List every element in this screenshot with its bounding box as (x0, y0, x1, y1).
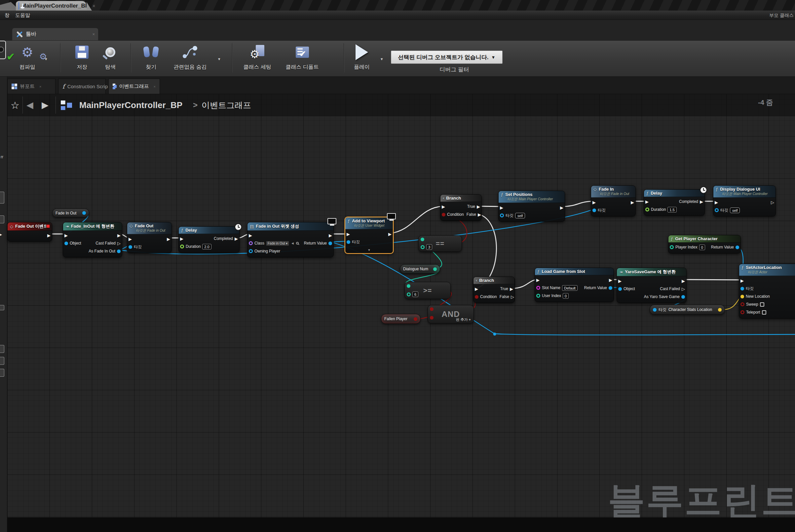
delay-2[interactable]: ƒDelay▶Completed▶Duration1.5 (644, 189, 705, 216)
object-pin[interactable] (736, 246, 739, 249)
exec-pin[interactable]: ▶ (129, 237, 132, 241)
object-pin[interactable] (328, 242, 332, 245)
class-select-dropdown[interactable]: Fade in Out ▾ (266, 241, 289, 246)
bool-pin[interactable] (430, 316, 434, 320)
cast-to-fade-inout[interactable]: ↠Fade_InOut 에 형변환▶▶ObjectCast Failed▷As … (63, 222, 122, 258)
exec-pin[interactable]: ▶ (0, 232, 2, 237)
browse-button[interactable]: 탐색 (98, 42, 122, 71)
exec-pin[interactable]: ▶ (609, 278, 612, 282)
reset-arrow-icon[interactable]: ◄ (291, 241, 295, 245)
int-pin[interactable] (536, 294, 540, 298)
search-icon[interactable] (296, 242, 299, 245)
class-defaults-button[interactable]: ✔ 클래스 디폴트 (282, 42, 323, 71)
collapsed-panel-tab[interactable] (0, 192, 4, 204)
vector-pin[interactable] (740, 295, 744, 298)
nav-back-button[interactable]: ◀ (26, 94, 33, 116)
favorite-star-icon[interactable]: ☆ (11, 94, 19, 116)
object-pin[interactable] (82, 211, 86, 215)
exec-pin[interactable]: ▶ (347, 232, 350, 236)
exec-pin[interactable]: ▶ (388, 232, 392, 236)
add-pin-button[interactable]: 핀 추가 + (456, 317, 471, 322)
set-positions[interactable]: ƒSet Positions타깃은 Main Player Controller… (498, 191, 565, 222)
object-pin[interactable] (681, 295, 685, 299)
object-pin[interactable] (117, 249, 120, 253)
collapsed-panel-tab[interactable] (0, 369, 4, 377)
menu-window[interactable]: 창 (5, 12, 10, 19)
pin-value-field[interactable]: 6 (412, 291, 418, 297)
toolbar-panel-tab[interactable]: 툴바 × (12, 28, 98, 40)
character-stats-location-get[interactable]: 타깃Character Stats Location (650, 305, 725, 315)
exec-pin[interactable]: ▶ (329, 233, 332, 238)
exec-pin[interactable]: ▶ (715, 200, 718, 205)
vector-pin[interactable] (718, 308, 722, 311)
exec-pin[interactable]: ▶ (592, 200, 596, 205)
object-pin[interactable] (715, 208, 719, 212)
exec-pin[interactable]: ▶ (249, 233, 252, 238)
float-pin[interactable] (645, 208, 649, 211)
collapsed-panel-tab[interactable] (0, 345, 4, 353)
collapsed-panel-tab[interactable] (0, 357, 4, 365)
save-button[interactable]: 저장 (70, 42, 94, 71)
fade-out-call[interactable]: ◇Fade Out타깃은 Fade in Out▶▶타깃 (127, 222, 172, 253)
bool-pin[interactable] (430, 307, 434, 311)
class-pin[interactable] (249, 241, 253, 245)
close-icon[interactable]: × (92, 32, 95, 37)
delay-1[interactable]: ƒDelay▶Completed▶Duration2.0 (178, 226, 240, 253)
object-pin[interactable] (249, 249, 253, 253)
checkbox[interactable] (760, 302, 764, 307)
bool-pin[interactable] (414, 317, 417, 321)
exec-pin[interactable]: ▶ (117, 233, 120, 238)
exec-pin[interactable]: ▶ (180, 236, 183, 241)
compile-button[interactable]: ⚙⚙✔ 컴파일 (9, 42, 45, 71)
exec-pin[interactable]: ▶ (682, 279, 685, 283)
object-pin[interactable] (500, 213, 504, 217)
exec-pin[interactable]: ▶ (64, 233, 68, 238)
bool-pin[interactable] (442, 213, 446, 216)
collapse-arrow-icon[interactable]: ▾ (345, 248, 393, 253)
debug-object-dropdown[interactable]: 선택된 디버그 오브젝트가 없습니다. ▼ (391, 51, 503, 64)
greater-equal[interactable]: >=6 (404, 282, 451, 299)
exec-pin[interactable]: ▷ (682, 287, 685, 291)
exec-pin[interactable]: ▶ (618, 279, 622, 283)
float-pin[interactable] (180, 245, 184, 248)
int-pin[interactable] (407, 292, 411, 297)
close-icon[interactable]: × (93, 3, 95, 8)
bool-pin[interactable] (740, 310, 744, 314)
pin-value-field[interactable]: 0 (699, 245, 705, 250)
exec-pin[interactable]: ▶ (700, 200, 703, 204)
exec-pin[interactable]: ▶ (740, 279, 744, 283)
set-actor-location[interactable]: ƒSetActorLocation타깃은 Actor▶▶타깃Sweep Hit … (739, 264, 795, 319)
pin-value-field[interactable]: 2.0 (202, 244, 211, 249)
int-pin[interactable] (407, 284, 410, 288)
int-pin[interactable] (421, 245, 424, 249)
find-button[interactable]: 찾기 (138, 42, 164, 71)
exec-pin[interactable]: ▷ (117, 241, 120, 246)
fallen-player-get[interactable]: Fallen Player (381, 314, 421, 324)
checkbox[interactable] (762, 310, 766, 315)
close-icon[interactable]: × (39, 84, 41, 89)
exec-pin[interactable]: ▶ (477, 205, 480, 209)
menu-help[interactable]: 도움말 (15, 12, 30, 19)
exec-pin[interactable]: ▶ (560, 206, 563, 210)
exec-pin[interactable]: ▶ (631, 200, 634, 205)
breadcrumb-leaf[interactable]: 이벤트그래프 (202, 94, 251, 116)
fade-out-event[interactable]: ◇Fade Out 이벤트▶ (7, 222, 52, 242)
object-pin[interactable] (64, 242, 68, 245)
exec-pin[interactable]: ▶ (234, 236, 238, 241)
pin-value-field[interactable]: Default (562, 285, 578, 291)
play-button[interactable]: 플레이 (349, 42, 374, 71)
fade-in-out-get[interactable]: Fade In Out (52, 209, 89, 217)
breadcrumb-root[interactable]: MainPlayerController_BP (79, 94, 183, 116)
object-pin[interactable] (129, 245, 132, 249)
exec-pin[interactable]: ▶ (442, 205, 445, 209)
exec-pin[interactable]: ▷ (511, 295, 514, 299)
pin-value-field[interactable]: 0 (563, 293, 569, 299)
get-player-character[interactable]: ƒGet Player CharacterPlayer Index0Return… (668, 235, 741, 253)
object-pin[interactable] (347, 240, 350, 244)
tab-event-graph[interactable]: 이벤트그래프 × (108, 79, 160, 94)
document-tab[interactable]: MainPlayerController_BP × (16, 1, 87, 11)
display-dialogue-ui[interactable]: ƒDisplay Dialogue UI타깃은 Main Player Cont… (713, 185, 776, 216)
dialogue-num-get[interactable]: Dialogue Num (400, 264, 440, 273)
chevron-down-icon[interactable]: ▾ (218, 57, 221, 61)
add-to-viewport[interactable]: ƒAdd to Viewport타깃은 User Widget▶▶타깃▾ (345, 217, 394, 254)
